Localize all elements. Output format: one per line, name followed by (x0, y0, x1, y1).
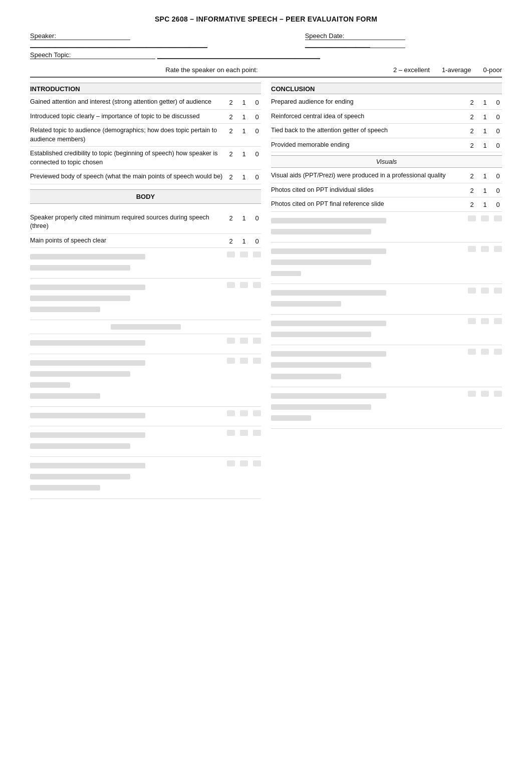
intro-scores-5: 2 1 0 (227, 172, 261, 181)
score-0: 0 (494, 127, 502, 135)
rate-speaker-label: Rate the speaker on each point: (30, 66, 393, 74)
blurred-scores (468, 287, 502, 294)
score-1: 1 (481, 142, 489, 149)
blurred-scores (227, 250, 261, 257)
blurred-row (271, 284, 502, 315)
speech-date-field: Speech Date:__________________ (305, 32, 502, 48)
score-2: 2 (227, 127, 235, 135)
speech-topic-line: ________________________________________… (157, 51, 320, 59)
blurred-scores (468, 348, 502, 355)
blurred-text (271, 290, 386, 296)
blurred-text (30, 307, 100, 312)
blurred-text (30, 432, 145, 438)
score-2: 2 (227, 150, 235, 158)
blurred-score (253, 430, 261, 436)
blurred-score (240, 358, 248, 364)
blurred-row (30, 426, 261, 457)
conclusion-scores-1: 2 1 0 (468, 98, 502, 106)
blurred-row (30, 457, 261, 498)
blurred-text (271, 271, 301, 276)
blurred-score (253, 410, 261, 416)
visuals-header: Visuals (271, 155, 502, 168)
blurred-score (494, 246, 502, 252)
intro-criteria-1: Gained attention and interest (strong at… (30, 98, 224, 107)
score-0: 0 (494, 172, 502, 180)
blurred-score (468, 246, 476, 252)
score-2: 2 (468, 113, 476, 121)
score-1: 1 (240, 214, 248, 222)
body-header: BODY (30, 189, 261, 204)
page-title: SPC 2608 – INFORMATIVE SPEECH – PEER EVA… (30, 15, 502, 23)
blurred-text (30, 413, 145, 418)
blurred-score (468, 288, 476, 294)
blurred-score (240, 460, 248, 466)
blurred-scores (468, 214, 502, 221)
blurred-score (494, 391, 502, 397)
blurred-score (468, 215, 476, 221)
blurred-score (468, 349, 476, 355)
score-1: 1 (481, 113, 489, 121)
blurred-score (240, 410, 248, 416)
blurred-row (271, 345, 502, 387)
blurred-scores (227, 337, 261, 344)
blurred-text (271, 218, 386, 223)
score-0: 0 (494, 201, 502, 208)
blurred-criteria (30, 358, 224, 402)
visuals-scores-3: 2 1 0 (468, 200, 502, 208)
blurred-scores (468, 245, 502, 252)
blurred-text (271, 259, 371, 265)
blurred-row (30, 334, 261, 354)
blurred-score (240, 338, 248, 344)
blurred-score (240, 430, 248, 436)
table-row: Tied back to the attention getter of spe… (271, 124, 502, 138)
blurred-text (30, 265, 130, 271)
visuals-criteria-1: Visual aids (PPT/Prezi) were produced in… (271, 171, 465, 180)
blurred-score (494, 288, 502, 294)
blurred-score (253, 338, 261, 344)
score-0: 0 (253, 113, 261, 121)
legend-excellent: 2 – excellent (393, 66, 430, 74)
blurred-row (271, 212, 502, 242)
blurred-criteria (30, 461, 224, 494)
blurred-score (227, 430, 235, 436)
score-2: 2 (227, 214, 235, 222)
blurred-score (227, 338, 235, 344)
score-2: 2 (468, 187, 476, 194)
score-1: 1 (240, 173, 248, 181)
speech-date-label: Speech Date: (305, 32, 405, 40)
conclusion-criteria-4: Provided memorable ending (271, 141, 465, 150)
blurred-text (30, 296, 130, 301)
blurred-row (30, 248, 261, 279)
score-2: 2 (227, 113, 235, 121)
speaker-field: Speaker: _______________________________… (30, 32, 305, 48)
blurred-scores (227, 357, 261, 364)
blurred-scores (468, 317, 502, 324)
blurred-criteria (30, 338, 224, 349)
body-criteria-1: Speaker properly cited minimum required … (30, 213, 224, 231)
conclusion-scores-3: 2 1 0 (468, 126, 502, 135)
blurred-text (271, 351, 386, 357)
blurred-text (30, 360, 145, 366)
blurred-text (30, 340, 145, 346)
visuals-scores-2: 2 1 0 (468, 186, 502, 194)
blurred-text (271, 301, 341, 307)
table-row: Prepared audience for ending 2 1 0 (271, 95, 502, 110)
score-1: 1 (240, 237, 248, 245)
blurred-criteria (271, 288, 465, 310)
legend-average: 1-average (442, 66, 471, 74)
blurred-criteria (30, 283, 224, 316)
blurred-row (30, 320, 261, 334)
blurred-criteria (271, 246, 465, 280)
score-0: 0 (494, 142, 502, 149)
blurred-text (30, 443, 130, 449)
conclusion-scores-2: 2 1 0 (468, 112, 502, 121)
score-0: 0 (253, 127, 261, 135)
score-2: 2 (468, 201, 476, 208)
conclusion-criteria-3: Tied back to the attention getter of spe… (271, 126, 465, 135)
blurred-criteria (271, 349, 465, 382)
table-row: Photos cited on PPT final reference slid… (271, 197, 502, 212)
blurred-score (494, 215, 502, 221)
blurred-text (271, 229, 371, 234)
header-row: Speaker: _______________________________… (30, 32, 502, 48)
score-0: 0 (494, 187, 502, 194)
